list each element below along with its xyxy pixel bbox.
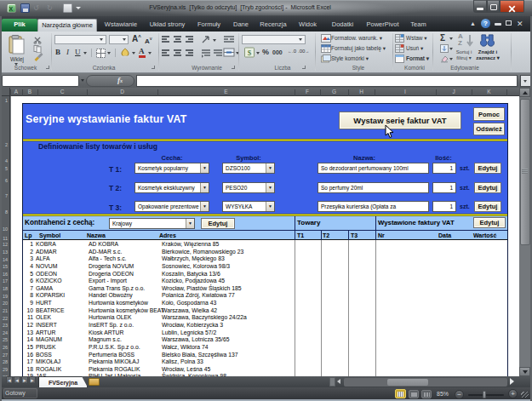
svg-text:$: $	[248, 49, 252, 57]
